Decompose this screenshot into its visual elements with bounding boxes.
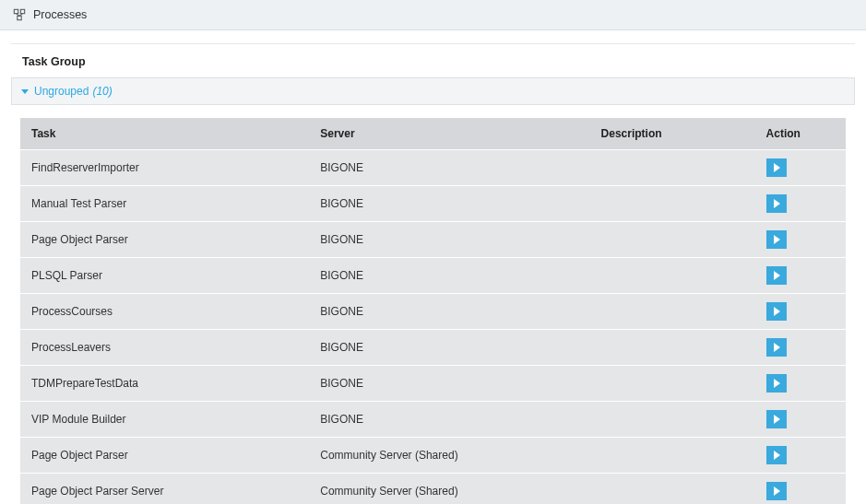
page-title: Processes	[33, 8, 87, 21]
group-row[interactable]: Ungrouped (10)	[11, 77, 855, 105]
cell-server: BIGONE	[309, 150, 589, 186]
play-icon	[774, 235, 780, 244]
cell-action	[755, 294, 846, 330]
col-header-action[interactable]: Action	[755, 118, 846, 150]
play-icon	[774, 343, 780, 352]
table-wrap: Task Server Description Action FindReser…	[11, 105, 855, 504]
cell-description	[590, 222, 755, 258]
cell-task: Page Object Parser Server	[20, 474, 309, 505]
cell-action	[755, 438, 846, 474]
table-row[interactable]: ProcessCoursesBIGONE	[20, 294, 846, 330]
cell-action	[755, 150, 846, 186]
cell-task: PLSQL Parser	[20, 258, 309, 294]
cell-description	[590, 402, 755, 438]
table-row[interactable]: TDMPrepareTestDataBIGONE	[20, 366, 846, 402]
play-icon	[774, 199, 780, 208]
cell-action	[755, 474, 846, 505]
cell-task: VIP Module Builder	[20, 402, 309, 438]
run-button[interactable]	[766, 446, 787, 464]
play-icon	[774, 451, 780, 460]
table-row[interactable]: PLSQL ParserBIGONE	[20, 258, 846, 294]
svg-rect-0	[14, 9, 18, 13]
cell-task: Manual Test Parser	[20, 186, 309, 222]
run-button[interactable]	[766, 302, 787, 321]
run-button[interactable]	[766, 230, 787, 249]
cell-description	[590, 258, 755, 294]
run-button[interactable]	[766, 482, 787, 500]
play-icon	[774, 307, 780, 316]
run-button[interactable]	[766, 410, 787, 428]
table-header-row: Task Server Description Action	[20, 118, 846, 150]
run-button[interactable]	[766, 266, 787, 285]
cell-action	[755, 330, 846, 366]
table-row[interactable]: VIP Module BuilderBIGONE	[20, 402, 846, 438]
cell-description	[590, 330, 755, 366]
cell-task: ProcessCourses	[20, 294, 309, 330]
cell-server: Community Server (Shared)	[309, 438, 589, 474]
cell-description	[590, 438, 755, 474]
cell-task: ProcessLeavers	[20, 330, 309, 366]
cell-server: BIGONE	[309, 222, 589, 258]
cell-action	[755, 222, 846, 258]
table-row[interactable]: FindReserverImporterBIGONE	[20, 150, 846, 186]
table-row[interactable]: Page Object ParserBIGONE	[20, 222, 846, 258]
cell-server: BIGONE	[309, 258, 589, 294]
run-button[interactable]	[766, 338, 787, 357]
caret-down-icon	[21, 89, 29, 94]
cell-description	[590, 186, 755, 222]
cell-description	[590, 474, 755, 505]
run-button[interactable]	[766, 374, 787, 393]
play-icon	[774, 379, 780, 388]
cell-server: BIGONE	[309, 294, 589, 330]
col-header-server[interactable]: Server	[309, 118, 589, 150]
cell-description	[590, 366, 755, 402]
cell-description	[590, 294, 755, 330]
cell-server: Community Server (Shared)	[309, 474, 589, 505]
run-button[interactable]	[766, 194, 787, 213]
group-count: (10)	[92, 85, 112, 98]
cell-server: BIGONE	[309, 402, 589, 438]
cell-action	[755, 258, 846, 294]
play-icon	[774, 271, 780, 280]
cell-action	[755, 366, 846, 402]
cell-task: Page Object Parser	[20, 222, 309, 258]
table-row[interactable]: Page Object Parser ServerCommunity Serve…	[20, 474, 846, 505]
run-button[interactable]	[766, 158, 787, 177]
section-title: Task Group	[11, 44, 855, 77]
table-row[interactable]: ProcessLeaversBIGONE	[20, 330, 846, 366]
play-icon	[774, 163, 780, 172]
col-header-task[interactable]: Task	[20, 118, 309, 150]
content: Task Group Ungrouped (10) Task Server De…	[11, 43, 855, 504]
play-icon	[774, 486, 780, 496]
processes-icon	[13, 8, 26, 21]
table-row[interactable]: Manual Test ParserBIGONE	[20, 186, 846, 222]
col-header-description[interactable]: Description	[590, 118, 755, 150]
group-label: Ungrouped	[34, 85, 89, 98]
cell-action	[755, 402, 846, 438]
svg-rect-1	[20, 9, 24, 13]
cell-description	[590, 150, 755, 186]
cell-server: BIGONE	[309, 366, 589, 402]
page-header: Processes	[0, 0, 866, 30]
table-row[interactable]: Page Object ParserCommunity Server (Shar…	[20, 438, 846, 474]
cell-task: TDMPrepareTestData	[20, 366, 309, 402]
task-table: Task Server Description Action FindReser…	[20, 118, 846, 504]
cell-server: BIGONE	[309, 330, 589, 366]
svg-rect-2	[18, 16, 21, 19]
cell-task: FindReserverImporter	[20, 150, 309, 186]
cell-task: Page Object Parser	[20, 438, 309, 474]
cell-action	[755, 186, 846, 222]
cell-server: BIGONE	[309, 186, 589, 222]
play-icon	[774, 415, 780, 424]
